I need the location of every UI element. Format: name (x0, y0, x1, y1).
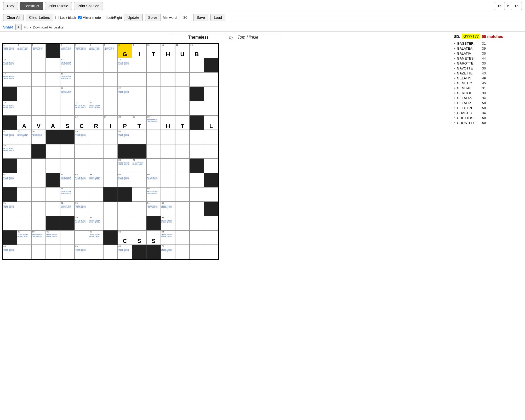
grid-cell[interactable] (146, 159, 161, 173)
grid-cell[interactable] (60, 101, 75, 115)
grid-cell[interactable] (204, 130, 218, 144)
grid-cell[interactable]: 7ABCDE ?FGHIK LMNOP QRSTU (103, 44, 118, 58)
grid-cell[interactable] (3, 87, 17, 101)
grid-cell[interactable] (17, 202, 31, 216)
grid-cell[interactable] (118, 101, 132, 115)
grid-cell[interactable]: 30ABCDE ?FGHIK LMNOP QRSTU (146, 115, 161, 130)
construct-button[interactable]: Construct (20, 2, 43, 10)
grid-cell[interactable]: 50ABCDE ?FGHIK LMNOP QRSTU (146, 187, 161, 202)
grid-cell[interactable]: 22ABCDE ?FGHIK LMNOP QRSTU (118, 87, 132, 101)
grid-cell[interactable] (204, 44, 218, 58)
grid-cell[interactable] (204, 230, 218, 245)
grid-cell[interactable] (17, 58, 31, 72)
grid-cell[interactable] (132, 245, 146, 259)
grid-cell[interactable] (89, 187, 103, 202)
grid-cell[interactable] (3, 230, 17, 245)
grid-cell[interactable] (175, 72, 190, 87)
grid-cell[interactable]: 59ABCDE ?FGHIK LMNOP QRSTU (17, 230, 31, 245)
grid-cell[interactable] (175, 216, 190, 230)
grid-cell[interactable] (132, 101, 146, 115)
grid-cell[interactable]: 5ABCDE ?FGHIK LMNOP QRSTU (75, 44, 89, 58)
grid-cell[interactable] (204, 173, 218, 187)
grid-cell[interactable] (204, 101, 218, 115)
grid-cell[interactable]: 61ABCDE ?FGHIK LMNOP QRSTU (46, 230, 60, 245)
grid-cell[interactable] (75, 58, 89, 72)
grid-cell[interactable]: 70ABCDE ?FGHIK LMNOP QRSTU (161, 245, 175, 259)
grid-cell[interactable]: 1ABCDE ?FGHIK LMNOP QRSTU (3, 44, 17, 58)
grid-cell[interactable] (132, 72, 146, 87)
width-input[interactable] (494, 2, 505, 10)
grid-cell[interactable] (46, 58, 60, 72)
grid-cell[interactable]: 27I (103, 115, 118, 130)
grid-cell[interactable] (89, 58, 103, 72)
grid-cell[interactable]: A (17, 115, 31, 130)
play-button[interactable]: Play (3, 2, 18, 10)
grid-cell[interactable] (17, 144, 31, 159)
left-right-label[interactable]: Left/Right (103, 16, 122, 20)
grid-cell[interactable] (204, 187, 218, 202)
grid-cell[interactable]: 51ABCDE ?FGHIK LMNOP QRSTU (3, 202, 17, 216)
grid-cell[interactable]: 11H (161, 44, 175, 58)
grid-cell[interactable] (190, 58, 204, 72)
grid-cell[interactable]: 23ABCDE ?FGHIK LMNOP QRSTU (3, 101, 17, 115)
grid-cell[interactable]: 36ABCDE ?FGHIK LMNOP QRSTU (118, 130, 132, 144)
grid-cell[interactable] (60, 216, 75, 230)
grid-cell[interactable] (132, 144, 146, 159)
grid-cell[interactable] (17, 173, 31, 187)
grid-cell[interactable] (17, 245, 31, 259)
grid-cell[interactable] (46, 202, 60, 216)
grid-cell[interactable] (89, 87, 103, 101)
grid-cell[interactable]: 4ABCDE ?FGHIK LMNOP QRSTU (60, 44, 75, 58)
grid-cell[interactable] (118, 187, 132, 202)
grid-cell[interactable] (46, 130, 60, 144)
min-word-input[interactable] (180, 14, 191, 21)
grid-cell[interactable] (204, 144, 218, 159)
grid-cell[interactable] (46, 159, 60, 173)
grid-cell[interactable]: S (146, 230, 161, 245)
list-item[interactable]: • GAROTTE 30 (454, 61, 523, 66)
grid-cell[interactable] (146, 216, 161, 230)
grid-cell[interactable] (146, 101, 161, 115)
grid-cell[interactable] (146, 72, 161, 87)
grid-cell[interactable]: A (46, 115, 60, 130)
grid-cell[interactable] (46, 173, 60, 187)
grid-cell[interactable] (3, 216, 17, 230)
grid-cell[interactable] (103, 144, 118, 159)
grid-cell[interactable]: 65ABCDE ?FGHIK LMNOP QRSTU (3, 245, 17, 259)
lock-black-label[interactable]: Lock black (55, 16, 76, 20)
list-item[interactable]: • GETITON 50 (454, 106, 523, 110)
grid-cell[interactable]: 52ABCDE ?FGHIK LMNOP QRSTU (60, 202, 75, 216)
grid-cell[interactable] (3, 187, 17, 202)
grid-cell[interactable] (190, 216, 204, 230)
list-item[interactable]: • GETATAN 34 (454, 96, 523, 101)
grid-cell[interactable]: 6ABCDE ?FGHIK LMNOP QRSTU (89, 44, 103, 58)
grid-cell[interactable] (103, 159, 118, 173)
grid-cell[interactable] (46, 187, 60, 202)
grid-cell[interactable]: 43ABCDE ?FGHIK LMNOP QRSTU (75, 173, 89, 187)
grid-cell[interactable]: 41ABCDE ?FGHIK LMNOP QRSTU (3, 173, 17, 187)
plus-button[interactable]: + (15, 24, 22, 30)
grid-cell[interactable] (46, 144, 60, 159)
grid-cell[interactable] (89, 245, 103, 259)
update-button[interactable]: Update (124, 14, 142, 21)
grid-cell[interactable] (161, 187, 175, 202)
grid-cell[interactable]: 17ABCDE ?FGHIK LMNOP QRSTU (3, 72, 17, 87)
grid-cell[interactable] (204, 202, 218, 216)
grid-cell[interactable]: 15ABCDE ?FGHIK LMNOP QRSTU (60, 58, 75, 72)
grid-cell[interactable] (190, 101, 204, 115)
height-input[interactable] (511, 2, 522, 10)
fit-button[interactable]: Fit (24, 25, 27, 29)
grid-cell[interactable] (46, 245, 60, 259)
author-input[interactable] (235, 34, 282, 41)
grid-cell[interactable] (17, 187, 31, 202)
grid-cell[interactable] (75, 72, 89, 87)
grid-cell[interactable] (132, 202, 146, 216)
grid-cell[interactable] (132, 216, 146, 230)
grid-cell[interactable] (161, 72, 175, 87)
grid-cell[interactable] (89, 130, 103, 144)
grid-cell[interactable] (17, 101, 31, 115)
grid-cell[interactable] (89, 72, 103, 87)
grid-cell[interactable]: R (89, 115, 103, 130)
grid-cell[interactable]: H (161, 115, 175, 130)
grid-cell[interactable] (190, 230, 204, 245)
